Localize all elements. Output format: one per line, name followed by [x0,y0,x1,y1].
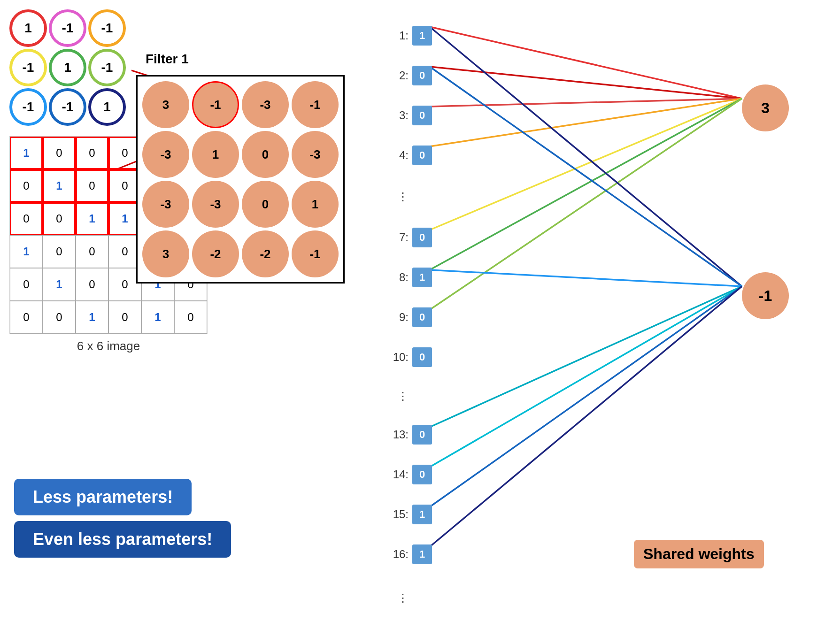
feature-map-cell-0-0: 3 [142,81,189,128]
grid-cell-2-0: 0 [10,202,43,235]
input-node-row-10: 13:0 [385,425,432,445]
feature-map: 3-1-3-1-310-3-3-3013-2-2-1 [142,81,339,277]
input-node-row-2: 3:0 [385,106,432,125]
kernel-cell-2: -1 [88,9,126,47]
node-label-3: 4: [385,149,409,162]
input-node-row-5: 7:0 [385,228,432,247]
node-box-12: 1 [412,505,432,524]
grid-cell-3-1: 0 [43,235,76,268]
feature-map-cell-1-3: -3 [292,131,339,178]
input-node-row-12: 15:1 [385,505,432,524]
node-label-6: 8: [385,271,409,284]
node-label-14: ⋮ [385,591,409,605]
feature-map-cell-2-1: -3 [192,181,239,228]
filter-label: Filter 1 [146,52,189,67]
kernel-cell-3: -1 [9,49,47,86]
feature-map-cell-1-2: 0 [242,131,289,178]
node-label-10: 13: [385,428,409,441]
node-label-8: 10: [385,351,409,364]
feature-map-cell-1-0: -3 [142,131,189,178]
feature-map-cell-1-1: 1 [192,131,239,178]
feature-map-cell-3-1: -2 [192,230,239,277]
kernel-cell-4: 1 [49,49,86,86]
input-node-row-1: 2:0 [385,66,432,85]
node-box-8: 0 [412,347,432,367]
node-box-7: 0 [412,307,432,327]
even-less-parameters-button[interactable]: Even less parameters! [14,521,231,558]
grid-cell-5-5: 0 [174,301,207,334]
kernel-cell-5: -1 [88,49,126,86]
grid-cell-1-2: 0 [76,169,108,202]
node-label-11: 14: [385,468,409,481]
grid-cell-4-2: 0 [76,268,108,301]
grid-cell-0-2: 0 [76,137,108,169]
feature-map-cell-3-2: -2 [242,230,289,277]
kernel-cell-6: -1 [9,88,47,126]
node-label-5: 7: [385,231,409,244]
node-label-12: 15: [385,508,409,521]
node-box-13: 1 [412,544,432,564]
kernel-cell-0: 1 [9,9,47,47]
feature-map-cell-2-3: 1 [292,181,339,228]
feature-map-cell-0-3: -1 [292,81,339,128]
node-label-13: 16: [385,548,409,561]
input-node-row-14: ⋮ [385,591,409,605]
input-node-row-3: 4:0 [385,146,432,165]
feature-map-container: 3-1-3-1-310-3-3-3013-2-2-1 [136,75,345,284]
grid-cell-2-2: 1 [76,202,108,235]
filter-kernel: 1-1-1-11-1-1-11 [9,9,126,126]
node-box-3: 0 [412,146,432,165]
grid-cell-3-0: 1 [10,235,43,268]
grid-cell-5-3: 0 [108,301,141,334]
grid-cell-5-4: 1 [141,301,174,334]
shared-weights-label: Shared weights [634,540,764,568]
node-label-7: 9: [385,311,409,324]
node-box-2: 0 [412,106,432,125]
grid-cell-3-2: 0 [76,235,108,268]
kernel-cell-1: -1 [49,9,86,47]
feature-map-cell-3-3: -1 [292,230,339,277]
grid-cell-4-1: 1 [43,268,76,301]
node-label-2: 3: [385,109,409,122]
grid-cell-4-0: 0 [10,268,43,301]
grid-cell-5-2: 1 [76,301,108,334]
feature-map-cell-3-0: 3 [142,230,189,277]
grid-cell-5-0: 0 [10,301,43,334]
grid-cell-0-1: 0 [43,137,76,169]
node-box-10: 0 [412,425,432,445]
grid-cell-2-1: 0 [43,202,76,235]
input-node-row-7: 9:0 [385,307,432,327]
grid-cell-5-1: 0 [43,301,76,334]
node-label-4: ⋮ [385,190,409,203]
feature-map-cell-0-2: -3 [242,81,289,128]
input-node-row-0: 1:1 [385,26,432,46]
image-label: 6 x 6 image [9,339,208,353]
grid-cell-0-0: 1 [10,137,43,169]
input-node-row-6: 8:1 [385,268,432,287]
feature-map-cell-2-2: 0 [242,181,289,228]
input-node-row-11: 14:0 [385,465,432,484]
node-label-9: ⋮ [385,390,409,403]
input-node-row-4: ⋮ [385,190,409,203]
kernel-cell-8: 1 [88,88,126,126]
node-box-1: 0 [412,66,432,85]
input-node-row-13: 16:1 [385,544,432,564]
feature-map-cell-0-1: -1 [192,81,239,128]
node-label-0: 1: [385,29,409,42]
grid-cell-1-0: 0 [10,169,43,202]
output-node-1: -1 [742,272,789,319]
node-label-1: 2: [385,69,409,82]
output-node-0: 3 [742,84,789,131]
node-box-5: 0 [412,228,432,247]
feature-map-cell-2-0: -3 [142,181,189,228]
input-node-row-8: 10:0 [385,347,432,367]
node-box-0: 1 [412,26,432,46]
input-node-row-9: ⋮ [385,390,409,403]
kernel-cell-7: -1 [49,88,86,126]
node-box-6: 1 [412,268,432,287]
node-box-11: 0 [412,465,432,484]
less-parameters-button[interactable]: Less parameters! [14,479,192,515]
grid-cell-1-1: 1 [43,169,76,202]
